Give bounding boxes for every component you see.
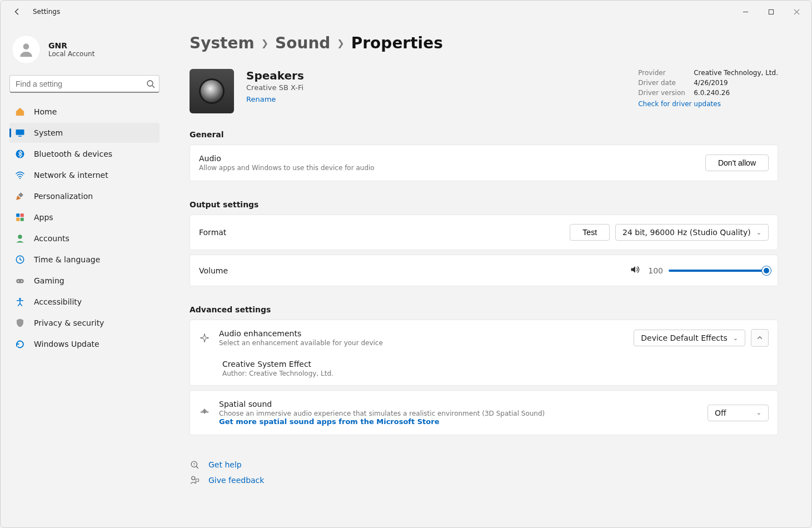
network-icon — [15, 170, 25, 180]
get-help-link[interactable]: Get help — [208, 460, 242, 469]
sidebar-item-label: Accessibility — [34, 297, 82, 306]
sidebar-item-label: Accounts — [34, 234, 69, 243]
sidebar-item-time[interactable]: Time & language — [9, 250, 160, 270]
collapse-button[interactable] — [751, 329, 769, 347]
effect-sub-card: Creative System Effect Author: Creative … — [190, 352, 778, 386]
search-box[interactable] — [9, 75, 160, 93]
home-icon — [15, 107, 25, 117]
search-icon — [146, 79, 155, 88]
spatial-store-link[interactable]: Get more spatial sound apps from the Mic… — [219, 417, 708, 426]
advanced-section-title: Advanced settings — [190, 305, 778, 314]
provider-label: Provider — [638, 69, 688, 77]
give-feedback-link[interactable]: Give feedback — [208, 476, 264, 485]
svg-rect-3 — [16, 129, 24, 135]
sidebar-item-accessibility[interactable]: Accessibility — [9, 292, 160, 312]
driver-version-label: Driver version — [638, 89, 688, 97]
enhancements-title: Audio enhancements — [219, 329, 634, 338]
volume-value: 100 — [646, 266, 663, 275]
sidebar-item-network[interactable]: Network & internet — [9, 165, 160, 185]
sidebar-item-accounts[interactable]: Accounts — [9, 228, 160, 248]
slider-thumb[interactable] — [762, 266, 771, 275]
volume-slider[interactable] — [669, 270, 769, 272]
user-block[interactable]: GNR Local Account — [9, 28, 160, 75]
enhancements-dropdown[interactable]: Device Default Effects ⌄ — [634, 330, 745, 346]
avatar — [12, 35, 41, 64]
spatial-dropdown[interactable]: Off ⌄ — [708, 405, 769, 421]
sidebar-item-label: Bluetooth & devices — [34, 150, 112, 158]
format-dropdown[interactable]: 24 bit, 96000 Hz (Studio Quality) ⌄ — [615, 224, 769, 241]
svg-text:?: ? — [193, 462, 195, 467]
svg-point-16 — [19, 298, 21, 300]
user-name: GNR — [48, 41, 94, 50]
spatial-card: Spatial sound Choose an immersive audio … — [190, 390, 778, 435]
svg-rect-13 — [16, 279, 24, 283]
spatial-title: Spatial sound — [219, 400, 708, 409]
driver-info: Provider Creative Technology, Ltd. Drive… — [638, 69, 778, 108]
back-button[interactable] — [12, 6, 23, 17]
svg-rect-8 — [21, 213, 24, 217]
sidebar-item-apps[interactable]: Apps — [9, 207, 160, 227]
bluetooth-icon — [15, 149, 25, 159]
sidebar-item-personalization[interactable]: Personalization — [9, 186, 160, 206]
dont-allow-button[interactable]: Don't allow — [705, 155, 769, 171]
sidebar-item-system[interactable]: System — [9, 123, 160, 143]
audio-card: Audio Allow apps and Windows to use this… — [190, 145, 778, 181]
settings-window: Settings GNR Local Account — [0, 0, 812, 528]
svg-rect-4 — [18, 136, 22, 137]
sidebar-item-label: Gaming — [34, 276, 64, 285]
test-button[interactable]: Test — [570, 224, 610, 241]
driver-date-label: Driver date — [638, 79, 688, 87]
minimize-button[interactable] — [733, 3, 758, 21]
spatial-sub: Choose an immersive audio experience tha… — [219, 410, 708, 417]
device-sub: Creative SB X-Fi — [246, 83, 304, 92]
breadcrumb-properties: Properties — [351, 34, 443, 52]
volume-icon[interactable] — [630, 264, 641, 277]
enhancements-sub: Select an enhancement available for your… — [219, 339, 634, 347]
output-section-title: Output settings — [190, 200, 778, 209]
breadcrumb: System ❯ Sound ❯ Properties — [190, 34, 778, 52]
breadcrumb-sound[interactable]: Sound — [275, 34, 330, 52]
sidebar-item-privacy[interactable]: Privacy & security — [9, 313, 160, 333]
personalization-icon — [15, 191, 25, 201]
content: System ❯ Sound ❯ Properties Speakers Cre… — [167, 23, 811, 527]
sidebar-item-label: Time & language — [34, 255, 100, 264]
svg-point-1 — [23, 43, 29, 49]
sidebar-item-label: Home — [34, 107, 57, 116]
search-input[interactable] — [9, 75, 160, 93]
driver-date-value: 4/26/2019 — [694, 79, 778, 87]
format-card: Format Test 24 bit, 96000 Hz (Studio Qua… — [190, 215, 778, 250]
system-icon — [15, 128, 25, 138]
provider-value: Creative Technology, Ltd. — [694, 69, 778, 77]
gaming-icon — [15, 276, 25, 286]
volume-card: Volume 100 — [190, 255, 778, 286]
effect-sub: Author: Creative Technology, Ltd. — [222, 370, 769, 377]
sidebar-item-bluetooth[interactable]: Bluetooth & devices — [9, 144, 160, 164]
rename-link[interactable]: Rename — [246, 95, 304, 103]
privacy-icon — [15, 318, 25, 328]
maximize-button[interactable] — [758, 3, 784, 21]
windows-update-icon — [15, 339, 25, 349]
chevron-right-icon: ❯ — [337, 38, 344, 48]
enhancements-value: Device Default Effects — [641, 333, 728, 342]
audio-sub: Allow apps and Windows to use this devic… — [199, 164, 705, 172]
sidebar-item-label: Privacy & security — [34, 318, 104, 327]
device-header: Speakers Creative SB X-Fi Rename Provide… — [190, 69, 778, 113]
check-driver-link[interactable]: Check for driver updates — [638, 100, 778, 108]
window-title: Settings — [33, 8, 60, 16]
sidebar: GNR Local Account Home System — [1, 23, 167, 527]
sidebar-item-update[interactable]: Windows Update — [9, 334, 160, 354]
svg-rect-10 — [21, 218, 24, 221]
breadcrumb-system[interactable]: System — [190, 34, 255, 52]
effect-title: Creative System Effect — [222, 360, 769, 368]
sidebar-item-gaming[interactable]: Gaming — [9, 271, 160, 291]
apps-icon — [15, 212, 25, 222]
close-button[interactable] — [784, 3, 809, 21]
format-value: 24 bit, 96000 Hz (Studio Quality) — [622, 228, 751, 237]
sidebar-item-home[interactable]: Home — [9, 102, 160, 122]
svg-rect-0 — [769, 9, 773, 14]
window-controls — [733, 3, 809, 21]
svg-rect-9 — [16, 218, 19, 221]
time-icon — [15, 255, 25, 265]
driver-version-value: 6.0.240.26 — [694, 89, 778, 97]
svg-point-15 — [21, 281, 22, 282]
